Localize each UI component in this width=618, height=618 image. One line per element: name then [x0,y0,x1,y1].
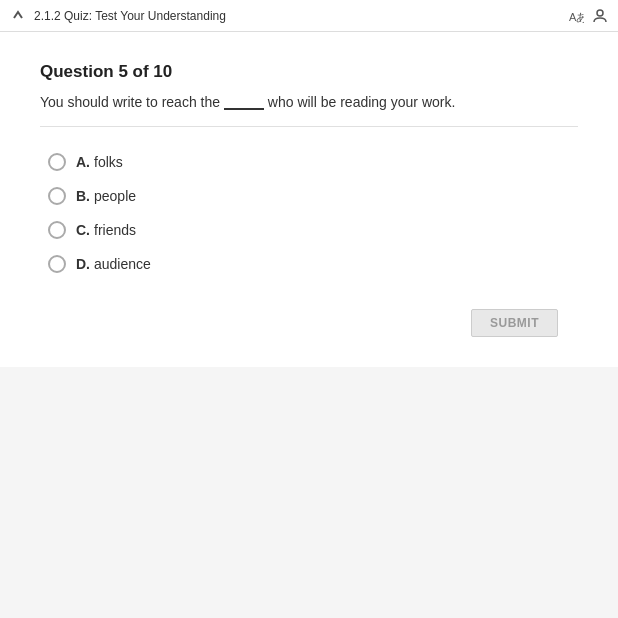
question-title: Question 5 of 10 [40,62,578,82]
option-b-text: people [94,188,136,204]
svg-point-1 [597,10,603,16]
option-c[interactable]: C.friends [40,215,578,245]
radio-b[interactable] [48,187,66,205]
radio-d[interactable] [48,255,66,273]
back-icon [10,8,26,24]
top-bar-right: Aあ [568,8,608,24]
svg-text:Aあ: Aあ [569,11,584,23]
question-text: You should write to reach the who will b… [40,94,578,127]
profile-icon [592,8,608,24]
submit-area: SUBMIT [40,309,578,337]
option-b-letter: B. [76,188,90,204]
radio-c[interactable] [48,221,66,239]
breadcrumb: 2.1.2 Quiz: Test Your Understanding [34,9,226,23]
top-bar-left: 2.1.2 Quiz: Test Your Understanding [10,8,226,24]
option-a-label: A.folks [76,154,123,170]
radio-a[interactable] [48,153,66,171]
option-c-label: C.friends [76,222,136,238]
profile-button[interactable] [592,8,608,24]
submit-button[interactable]: SUBMIT [471,309,558,337]
option-a[interactable]: A.folks [40,147,578,177]
translate-icon: Aあ [568,8,584,24]
option-c-letter: C. [76,222,90,238]
back-button[interactable] [10,8,26,24]
option-d-text: audience [94,256,151,272]
question-text-after: who will be reading your work. [264,94,455,110]
question-text-before: You should write to reach the [40,94,224,110]
option-d-letter: D. [76,256,90,272]
options-list: A.folks B.people C.friends D.audience [40,147,578,279]
option-c-text: friends [94,222,136,238]
option-b-label: B.people [76,188,136,204]
option-d-label: D.audience [76,256,151,272]
top-bar: 2.1.2 Quiz: Test Your Understanding Aあ [0,0,618,32]
translate-button[interactable]: Aあ [568,8,584,24]
option-d[interactable]: D.audience [40,249,578,279]
question-blank [224,96,264,110]
main-content: Question 5 of 10 You should write to rea… [0,32,618,367]
option-b[interactable]: B.people [40,181,578,211]
option-a-letter: A. [76,154,90,170]
option-a-text: folks [94,154,123,170]
